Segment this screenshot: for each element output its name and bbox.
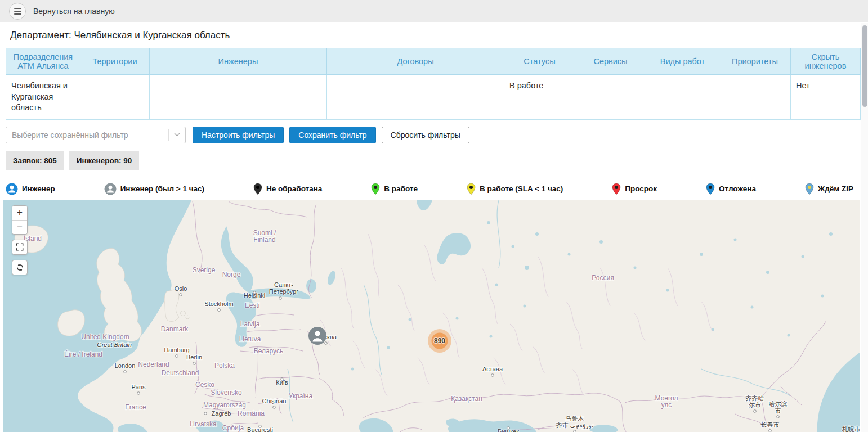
map-label: Oslo [175, 285, 187, 292]
map-label: Астана [482, 366, 503, 372]
column-header-5: Сервисы [575, 48, 646, 75]
map-label: Київ [276, 379, 288, 386]
fullscreen-icon [16, 243, 24, 251]
legend-item-3: В работе [371, 183, 418, 195]
map-label: Sverige [193, 266, 216, 274]
engineers-count-badge: Инженеров: 90 [69, 151, 139, 170]
filter-bar: Выберите сохранённый фильтр Настроить фи… [6, 127, 854, 143]
filter-cell-4[interactable]: В работе [504, 75, 575, 120]
city-dot [180, 293, 182, 296]
top-bar: Вернуться на главную [0, 0, 868, 22]
filter-cell-2[interactable] [150, 75, 327, 120]
legend-item-1: Инженер (был > 1 час) [104, 183, 204, 195]
filter-cell-1[interactable] [80, 75, 150, 120]
city-dot [176, 354, 178, 357]
legend-label: Инженер (был > 1 час) [120, 184, 204, 193]
map-label: Polska [214, 362, 235, 370]
legend-item-6: Отложена [706, 183, 756, 195]
map-label: Россия [592, 274, 614, 282]
menu-icon [14, 8, 21, 9]
vertical-scrollbar[interactable] [861, 23, 868, 432]
configure-filters-button[interactable]: Настроить фильтры [193, 127, 284, 143]
zoom-out-button[interactable]: − [12, 220, 27, 234]
city-dot [574, 430, 576, 432]
saved-filter-placeholder: Выберите сохранённый фильтр [12, 130, 128, 140]
map-label: Zagreb [212, 410, 231, 417]
pin-marker-icon [805, 183, 814, 195]
map-label: Србија [222, 424, 244, 432]
content: Департамент: Челябинская и Курганская об… [0, 30, 861, 432]
map-controls: + − [12, 205, 28, 275]
map-label: Danmark [161, 325, 189, 333]
filter-cell-5[interactable] [575, 75, 646, 120]
page-title: Департамент: Челябинская и Курганская об… [10, 30, 854, 41]
pin-marker-icon [706, 183, 715, 195]
column-header-7: Приоритеты [719, 48, 791, 75]
city-dot [193, 362, 196, 364]
legend-label: В работе (SLA < 1 час) [480, 184, 563, 193]
legend-item-0: Инженер [6, 183, 55, 195]
column-header-1: Территории [80, 48, 150, 75]
zoom-in-button[interactable]: + [12, 206, 27, 220]
save-filter-button[interactable]: Сохранить фильтр [289, 127, 375, 143]
city-dot [754, 410, 757, 412]
legend-item-4: В работе (SLA < 1 час) [467, 183, 563, 195]
pin-marker-icon [253, 183, 262, 195]
filter-cell-3[interactable] [327, 75, 504, 120]
city-dot [124, 370, 127, 373]
map-label: Nederland [138, 361, 169, 368]
hamburger-menu-button[interactable] [9, 3, 26, 20]
filter-cell-6[interactable] [646, 75, 719, 120]
scrollbar-thumb[interactable] [862, 25, 867, 107]
filter-cell-8[interactable]: Нет [791, 75, 861, 120]
city-dot [204, 412, 207, 415]
map-label: Berlin [186, 354, 202, 361]
svg-text:890: 890 [434, 337, 445, 345]
back-to-main-link[interactable]: Вернуться на главную [33, 7, 115, 16]
city-dot [491, 374, 494, 376]
filter-cell-7[interactable] [719, 75, 791, 120]
legend-label: В работе [384, 184, 418, 193]
city-dot [325, 341, 328, 344]
legend-label: Просрок [625, 184, 657, 193]
map[interactable]: ÍslandNorgeSuomi /FinlandSverigeOsloStoc… [3, 200, 860, 432]
map-label: 长春市 [760, 421, 780, 428]
filter-cell-0[interactable]: Челябинская и Курганская область [6, 75, 80, 120]
legend-label: Отложена [719, 184, 756, 193]
map-label: Україна [289, 392, 313, 400]
saved-filter-select[interactable]: Выберите сохранённый фильтр [6, 127, 186, 143]
cluster-marker[interactable]: 890 [428, 329, 451, 353]
city-dot [137, 392, 140, 394]
map-label: Česko [195, 380, 214, 389]
map-label: Great Britain [97, 341, 132, 348]
map-label: Helsinki [244, 292, 266, 299]
legend-label: Не обработана [266, 184, 322, 193]
city-dot [769, 429, 772, 432]
column-header-3: Договоры [327, 48, 504, 75]
city-dot [279, 296, 282, 299]
column-header-6: Виды работ [646, 48, 719, 75]
map-label: Slovensko [211, 389, 242, 397]
reset-filters-button[interactable]: Сбросить фильтры [382, 127, 469, 143]
column-header-8: Скрыть инженеров [791, 48, 861, 75]
legend-label: Инженер [22, 184, 55, 193]
legend-item-2: Не обработана [253, 183, 322, 195]
map-label: Бишкек [498, 428, 519, 432]
map-label: Latvija [240, 320, 260, 328]
engineer-map-marker[interactable] [308, 327, 326, 345]
fullscreen-button[interactable] [12, 240, 28, 255]
map-label: București [247, 426, 273, 432]
table-row: Челябинская и Курганская областьВ работе… [6, 75, 861, 120]
engineer-marker-icon [104, 183, 117, 195]
refresh-button[interactable] [12, 260, 28, 275]
map-canvas[interactable]: ÍslandNorgeSuomi /FinlandSverigeOsloStoc… [3, 200, 860, 432]
table-header-row: Подразделения АТМ АльянсаТерриторииИнжен… [6, 48, 861, 75]
map-label: Paris [131, 384, 146, 390]
map-label: Magyarország [203, 401, 246, 409]
pin-marker-icon [612, 183, 621, 195]
city-dot [273, 406, 276, 408]
map-label: London [115, 362, 136, 369]
department-table: Подразделения АТМ АльянсаТерриторииИнжен… [6, 48, 861, 120]
map-legend: Инженер Инженер (был > 1 час) Не обработ… [6, 183, 854, 195]
map-label: Norge [222, 271, 241, 278]
